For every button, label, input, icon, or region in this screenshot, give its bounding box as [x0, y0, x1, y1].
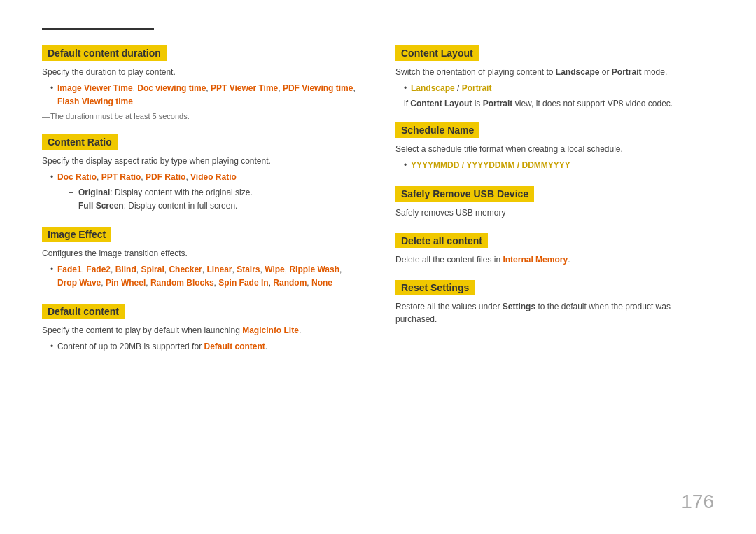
link-pdf-ratio: PDF Ratio — [146, 172, 186, 182]
section-desc: Configures the image transition effects. — [42, 247, 360, 260]
section-title: Schedule Name — [396, 122, 479, 138]
section-title: Delete all content — [396, 233, 488, 248]
right-column: Content Layout Switch the orientation of… — [396, 45, 714, 368]
section-default-content: Default content Specify the content to p… — [42, 304, 360, 353]
left-column: Default content duration Specify the dur… — [42, 45, 360, 368]
section-desc: Switch the orientation of playing conten… — [396, 66, 714, 78]
sub-list-item: Full Screen: Display content in full scr… — [69, 199, 360, 213]
list-item: Image Viewer Time, Doc viewing time, PPT… — [50, 82, 360, 108]
list-item: Landscape / Portrait — [404, 82, 714, 95]
page-number: 176 — [681, 491, 714, 513]
section-reset-settings: Reset Settings Restore all the values un… — [396, 280, 714, 325]
section-title: Default content — [42, 304, 125, 319]
top-rule-dark — [42, 28, 154, 30]
list-item: Content of up to 20MB is supported for D… — [50, 340, 360, 353]
link-spiral: Spiral — [141, 265, 164, 274]
section-note: The duration must be at least 5 seconds. — [42, 112, 360, 120]
link-pin-wheel: Pin Wheel — [106, 278, 146, 288]
link-magicinfo-lite: MagicInfo Lite — [242, 325, 299, 335]
section-desc: Safely removes USB memory — [396, 206, 714, 219]
section-desc: Specify the display aspect ratio by type… — [42, 155, 360, 167]
bold-original: Original — [78, 188, 110, 197]
sub-list: Original: Display content with the origi… — [57, 186, 360, 213]
section-desc: Select a schedule title format when crea… — [396, 143, 714, 155]
section-content-layout: Content Layout Switch the orientation of… — [396, 45, 714, 108]
list-item: Doc Ratio, PPT Ratio, PDF Ratio, Video R… — [50, 171, 360, 213]
link-date-formats: YYYYMMDD / YYYYDDMM / DDMMYYYY — [411, 160, 570, 170]
link-doc-ratio: Doc Ratio — [57, 172, 97, 182]
section-title: Image Effect — [42, 227, 111, 242]
section-image-effect: Image Effect Configures the image transi… — [42, 227, 360, 290]
link-drop-wave: Drop Wave — [57, 278, 101, 288]
link-internal-memory: Internal Memory — [503, 255, 568, 265]
bold-portrait-note: Portrait — [483, 99, 513, 108]
link-portrait: Portrait — [462, 83, 492, 93]
link-default-content: Default content — [204, 342, 265, 351]
list-item: YYYYMMDD / YYYYDDMM / DDMMYYYY — [404, 159, 714, 172]
section-title: Default content duration — [42, 45, 167, 61]
link-checker: Checker — [169, 265, 202, 274]
section-title: Safely Remove USB Device — [396, 186, 534, 202]
bold-portrait: Portrait — [612, 67, 642, 77]
section-default-content-duration: Default content duration Specify the dur… — [42, 45, 360, 120]
section-title: Reset Settings — [396, 280, 475, 295]
section-title: Content Layout — [396, 45, 479, 61]
link-image-viewer-time: Image Viewer Time — [57, 83, 133, 93]
link-ppt-ratio: PPT Ratio — [102, 172, 141, 182]
bold-landscape: Landscape — [556, 67, 600, 77]
section-note: if Content Layout is Portrait view, it d… — [396, 99, 714, 108]
top-rule-light — [154, 29, 714, 29]
section-desc: Restore all the values under Settings to… — [396, 300, 714, 325]
section-safely-remove-usb: Safely Remove USB Device Safely removes … — [396, 186, 714, 219]
link-random: Random — [273, 278, 307, 288]
link-doc-viewing-time: Doc viewing time — [137, 83, 206, 93]
page: Default content duration Specify the dur… — [0, 0, 756, 534]
link-spin-fade-in: Spin Fade In — [218, 278, 268, 288]
section-desc: Delete all the content files in Internal… — [396, 253, 714, 266]
link-fade1: Fade1 — [57, 265, 82, 274]
bullet-list: Image Viewer Time, Doc viewing time, PPT… — [42, 82, 360, 108]
link-ripple-wash: Ripple Wash — [289, 265, 340, 274]
link-stairs: Stairs — [237, 265, 260, 274]
section-desc: Specify the duration to play content. — [42, 66, 360, 78]
link-pdf-viewing-time: PDF Viewing time — [283, 83, 353, 93]
content-columns: Default content duration Specify the dur… — [42, 45, 714, 368]
bold-fullscreen: Full Screen — [78, 201, 124, 211]
section-desc: Specify the content to play by default w… — [42, 324, 360, 337]
sub-list-item: Original: Display content with the origi… — [69, 186, 360, 199]
section-title: Content Ratio — [42, 134, 118, 150]
section-schedule-name: Schedule Name Select a schedule title fo… — [396, 122, 714, 172]
link-landscape: Landscape — [411, 83, 455, 93]
bullet-list: Doc Ratio, PPT Ratio, PDF Ratio, Video R… — [42, 171, 360, 213]
bold-content-layout: Content Layout — [410, 99, 472, 108]
link-none: None — [312, 278, 332, 288]
section-content-ratio: Content Ratio Specify the display aspect… — [42, 134, 360, 213]
link-random-blocks: Random Blocks — [150, 278, 214, 288]
list-item: Fade1, Fade2, Blind, Spiral, Checker, Li… — [50, 263, 360, 290]
link-flash-viewing-time: Flash Viewing time — [57, 97, 133, 106]
link-linear: Linear — [206, 265, 232, 274]
link-fade2: Fade2 — [86, 265, 111, 274]
bullet-list: YYYYMMDD / YYYYDDMM / DDMMYYYY — [396, 159, 714, 172]
link-video-ratio: Video Ratio — [190, 172, 237, 182]
top-rule — [42, 28, 714, 30]
bullet-list: Landscape / Portrait — [396, 82, 714, 95]
section-delete-all-content: Delete all content Delete all the conten… — [396, 233, 714, 266]
bullet-list: Fade1, Fade2, Blind, Spiral, Checker, Li… — [42, 263, 360, 290]
link-wipe: Wipe — [265, 265, 285, 274]
bullet-list: Content of up to 20MB is supported for D… — [42, 340, 360, 353]
bold-settings: Settings — [503, 302, 536, 311]
link-blind: Blind — [115, 265, 136, 274]
link-ppt-viewer-time: PPT Viewer Time — [211, 83, 278, 93]
